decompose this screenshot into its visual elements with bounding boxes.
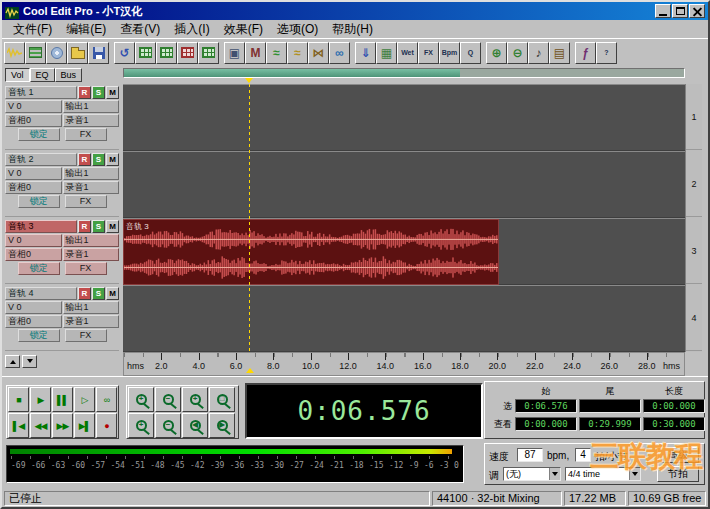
lock-time-icon[interactable]: ▣ bbox=[224, 42, 245, 64]
audio-clip[interactable]: 音轨 3 bbox=[123, 219, 499, 285]
mute-button[interactable]: M bbox=[106, 153, 119, 166]
volume-control[interactable]: V 0 bbox=[5, 100, 62, 113]
menu-options[interactable]: 选项(O) bbox=[270, 20, 325, 39]
title-bar[interactable]: Cool Edit Pro - 小T汉化 bbox=[2, 2, 708, 20]
view-start-field[interactable]: 0:00.000 bbox=[515, 417, 577, 431]
menu-file[interactable]: 文件(F) bbox=[6, 20, 59, 39]
output-control[interactable]: 输出1 bbox=[63, 167, 120, 180]
playhead-top-marker[interactable] bbox=[245, 78, 253, 83]
menu-edit[interactable]: 编辑(E) bbox=[59, 20, 113, 39]
waveform-view-icon[interactable] bbox=[4, 42, 25, 64]
insert-wave-icon[interactable] bbox=[135, 42, 156, 64]
record-device-control[interactable]: 录音1 bbox=[63, 181, 120, 194]
view-length-field[interactable]: 0:30.000 bbox=[643, 417, 705, 431]
volume-control[interactable]: V 0 bbox=[5, 167, 62, 180]
pan-envelope-icon[interactable]: ≈ bbox=[287, 42, 308, 64]
track-name[interactable]: 音轨 3 bbox=[5, 220, 77, 233]
menu-view[interactable]: 查看(V) bbox=[113, 20, 167, 39]
mute-button[interactable]: M bbox=[106, 287, 119, 300]
bpm-icon[interactable]: Bpm bbox=[439, 42, 460, 64]
go-to-end-button[interactable]: ▶▌ bbox=[74, 413, 95, 438]
track-name[interactable]: 音轨 4 bbox=[5, 287, 77, 300]
tempo-input[interactable]: 87 bbox=[517, 448, 543, 462]
selection-start-field[interactable]: 0:06.576 bbox=[515, 399, 577, 413]
pause-button[interactable]: ▌▌ bbox=[52, 387, 73, 412]
wet-dry-icon[interactable]: Wet bbox=[397, 42, 418, 64]
tab-bus[interactable]: Bus bbox=[55, 68, 83, 82]
record-device-control[interactable]: 录音1 bbox=[63, 315, 120, 328]
solo-button[interactable]: S bbox=[92, 86, 105, 99]
record-device-control[interactable]: 录音1 bbox=[63, 248, 120, 261]
fast-forward-button[interactable]: ▶▶ bbox=[52, 413, 73, 438]
zoom-in-button[interactable]: + bbox=[128, 387, 154, 412]
session-overview-bar[interactable] bbox=[123, 68, 685, 78]
volume-envelope-icon[interactable]: ≈ bbox=[266, 42, 287, 64]
playhead-bottom-marker[interactable] bbox=[246, 368, 254, 373]
track-name[interactable]: 音轨 1 bbox=[5, 86, 77, 99]
go-to-start-button[interactable]: ▌◀ bbox=[8, 413, 29, 438]
fx-button[interactable]: FX bbox=[65, 329, 107, 342]
fx-rack-icon[interactable]: FX bbox=[418, 42, 439, 64]
zoom-out-button[interactable]: − bbox=[155, 387, 181, 412]
stop-button[interactable]: ■ bbox=[8, 387, 29, 412]
crossfade-icon[interactable]: ⋈ bbox=[308, 42, 329, 64]
zoom-in-icon[interactable]: ⊕ bbox=[486, 42, 507, 64]
lock-button[interactable]: 锁定 bbox=[18, 262, 60, 275]
view-end-field[interactable]: 0:29.999 bbox=[579, 417, 641, 431]
track-name[interactable]: 音轨 2 bbox=[5, 153, 77, 166]
record-arm-button[interactable]: R bbox=[78, 86, 91, 99]
zoom-out-full-button[interactable]: − bbox=[155, 413, 181, 438]
fx-button[interactable]: FX bbox=[65, 128, 107, 141]
menu-help[interactable]: 帮助(H) bbox=[325, 20, 380, 39]
loop-duplicate-icon[interactable]: ∞ bbox=[329, 42, 350, 64]
zoom-to-selection-button[interactable]: + bbox=[128, 413, 154, 438]
beats-per-bar-input[interactable]: 4 bbox=[575, 448, 591, 462]
track-panel-scroll-down-button[interactable] bbox=[22, 355, 37, 368]
multitrack-view-icon[interactable] bbox=[25, 42, 46, 64]
cue-list-icon[interactable]: ▤ bbox=[549, 42, 570, 64]
play-button[interactable]: ▶ bbox=[30, 387, 51, 412]
mixdown-icon[interactable]: ⇓ bbox=[355, 42, 376, 64]
undo-icon[interactable]: ↺ bbox=[114, 42, 135, 64]
merge-clip-icon[interactable] bbox=[198, 42, 219, 64]
solo-button[interactable]: S bbox=[92, 220, 105, 233]
volume-control[interactable]: V 0 bbox=[5, 234, 62, 247]
close-button[interactable] bbox=[689, 4, 705, 18]
output-control[interactable]: 输出1 bbox=[63, 234, 120, 247]
output-control[interactable]: 输出1 bbox=[63, 301, 120, 314]
help-icon[interactable]: ? bbox=[596, 42, 617, 64]
maximize-button[interactable] bbox=[672, 4, 688, 18]
play-from-cursor-button[interactable]: ▷ bbox=[74, 387, 95, 412]
pan-control[interactable]: 音相0 bbox=[5, 248, 62, 261]
record-device-control[interactable]: 录音1 bbox=[63, 114, 120, 127]
level-meter[interactable]: -69-66-63-60-57-54-51-48-45-42-39-36-33-… bbox=[6, 445, 464, 483]
mixer-icon[interactable]: ▦ bbox=[376, 42, 397, 64]
mute-button[interactable]: M bbox=[106, 220, 119, 233]
menu-effects[interactable]: 效果(F) bbox=[217, 20, 270, 39]
chevron-down-icon[interactable] bbox=[549, 468, 560, 480]
zoom-selection-left-button[interactable]: ◀ bbox=[182, 413, 208, 438]
lock-button[interactable]: 锁定 bbox=[18, 329, 60, 342]
solo-button[interactable]: S bbox=[92, 287, 105, 300]
record-button[interactable]: ● bbox=[96, 413, 117, 438]
cd-project-view-icon[interactable] bbox=[46, 42, 67, 64]
selection-end-field[interactable] bbox=[579, 399, 641, 413]
tab-eq[interactable]: EQ bbox=[30, 68, 55, 82]
clip-properties-icon[interactable] bbox=[156, 42, 177, 64]
track-lane-2[interactable] bbox=[123, 151, 685, 217]
key-select[interactable]: (无) bbox=[503, 467, 561, 481]
menu-insert[interactable]: 插入(I) bbox=[167, 20, 216, 39]
record-arm-button[interactable]: R bbox=[78, 220, 91, 233]
play-looped-button[interactable]: ∞ bbox=[96, 387, 117, 412]
advanced-button[interactable]: 高级 bbox=[657, 447, 699, 463]
zoom-out-icon[interactable]: ⊖ bbox=[507, 42, 528, 64]
quantize-icon[interactable]: Q bbox=[460, 42, 481, 64]
time-signature-select[interactable]: 4/4 time bbox=[565, 467, 641, 481]
zoom-selection-right-button[interactable]: ▶ bbox=[209, 413, 235, 438]
open-file-icon[interactable] bbox=[67, 42, 88, 64]
track-panel-scroll-up-button[interactable] bbox=[5, 355, 20, 368]
selection-length-field[interactable]: 0:00.000 bbox=[643, 399, 705, 413]
solo-button[interactable]: S bbox=[92, 153, 105, 166]
lock-button[interactable]: 锁定 bbox=[18, 195, 60, 208]
tab-vol[interactable]: Vol bbox=[5, 68, 30, 82]
